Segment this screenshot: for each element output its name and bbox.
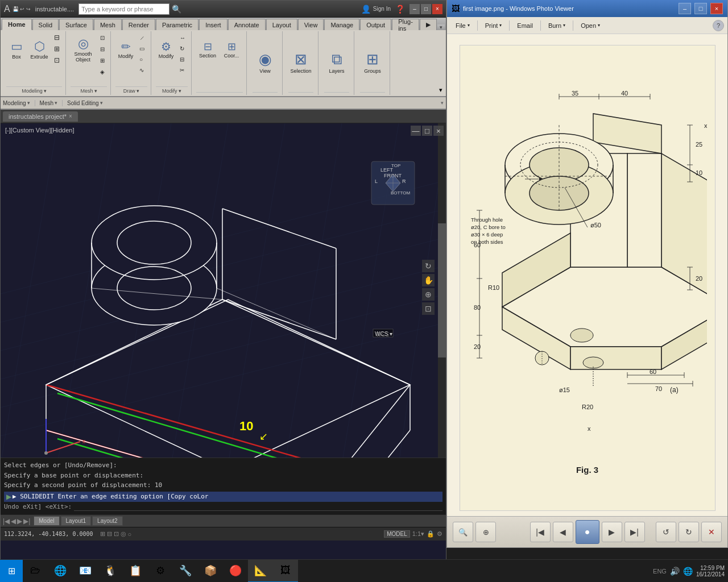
ribbon-btn-sm2[interactable]: ⊞ xyxy=(52,44,62,54)
close-button[interactable]: × xyxy=(432,4,442,14)
taskbar-app-red[interactable]: 🔴 xyxy=(223,560,248,583)
vertical-scrollbar[interactable] xyxy=(438,123,446,458)
tab-mesh[interactable]: Mesh xyxy=(94,19,122,30)
doc-tab-close[interactable]: × xyxy=(69,113,72,119)
photo-next-btn[interactable]: ▶ xyxy=(602,522,622,542)
layout-nav-first[interactable]: |◀ xyxy=(3,517,10,525)
photo-minimize-btn[interactable]: – xyxy=(679,3,691,14)
photo-zoom-btn[interactable]: ⊕ xyxy=(475,522,496,542)
tab-view[interactable]: View xyxy=(298,19,324,30)
ribbon-btn-box[interactable]: ▭ Box xyxy=(6,32,27,66)
photo-maximize-btn[interactable]: □ xyxy=(694,3,707,14)
ribbon-btn-section[interactable]: ⊟ Section xyxy=(196,32,219,66)
tab-more[interactable]: ▶ xyxy=(420,19,437,30)
mesh-sm3[interactable]: ⊞ xyxy=(98,55,107,65)
tab-insert[interactable]: Insert xyxy=(199,19,228,30)
ribbon-btn-smooth[interactable]: ◎ SmoothObject xyxy=(71,32,96,66)
nav-extent[interactable]: ⊡ xyxy=(422,302,435,315)
photo-menu-email[interactable]: Email xyxy=(512,20,538,31)
tab-parametric[interactable]: Parametric xyxy=(156,19,198,30)
taskbar-app-penguin[interactable]: 🐧 xyxy=(98,560,123,583)
help-icon[interactable]: ❓ xyxy=(395,5,405,14)
taskbar-network-icon[interactable]: 🌐 xyxy=(683,567,693,576)
photo-play-btn[interactable]: ● xyxy=(576,520,599,544)
start-button[interactable]: ⊞ xyxy=(0,560,23,583)
taskbar-app-email[interactable]: 📧 xyxy=(73,560,98,583)
mesh-sm2[interactable]: ⊟ xyxy=(98,44,107,54)
ribbon-minimize-icon[interactable]: ▾ xyxy=(441,100,444,106)
ribbon-btn-view[interactable]: ◉ View xyxy=(253,45,278,80)
status-icon-grid[interactable]: ⊞ xyxy=(100,530,105,538)
nav-zoom[interactable]: ⊕ xyxy=(422,288,435,301)
taskbar-app-explorer[interactable]: 🗁 xyxy=(23,560,48,583)
taskbar-app-settings[interactable]: ⚙ xyxy=(148,560,173,583)
taskbar-app-tools[interactable]: 🔧 xyxy=(173,560,198,583)
mesh-sm1[interactable]: ⊡ xyxy=(98,32,107,43)
photo-last-btn[interactable]: ▶| xyxy=(624,522,645,542)
taskbar-app-chrome[interactable]: 🌐 xyxy=(48,560,73,583)
document-tab[interactable]: instructables project* × xyxy=(3,111,78,122)
ribbon-btn-coor[interactable]: ⊞ Coor... xyxy=(220,32,243,66)
viewport-close-btn[interactable]: × xyxy=(433,126,444,136)
taskbar-app-autocad[interactable]: 📐 xyxy=(248,560,273,583)
tab-plugins[interactable]: Plug-ins xyxy=(392,19,419,30)
photo-menu-print[interactable]: Print ▾ xyxy=(480,20,507,31)
ribbon-collapse-btn[interactable]: ▾ xyxy=(438,85,444,95)
modify-sm3[interactable]: ⊟ xyxy=(177,54,188,64)
layout-tab-model[interactable]: Model xyxy=(34,516,59,526)
tab-manage[interactable]: Manage xyxy=(324,19,359,30)
ribbon-toggle[interactable]: ▾ xyxy=(440,24,442,30)
status-lock[interactable]: 🔒 xyxy=(427,530,435,538)
mesh-sm4[interactable]: ◈ xyxy=(98,66,107,77)
ribbon-btn-selection[interactable]: ⊠ Selection xyxy=(288,45,313,80)
taskbar-app-photos[interactable]: 🖼 xyxy=(273,560,298,583)
layout-tab-layout2[interactable]: Layout2 xyxy=(92,516,123,526)
taskbar-volume-icon[interactable]: 🔊 xyxy=(670,567,680,576)
status-icon-ortho[interactable]: ⊡ xyxy=(114,530,119,538)
tab-render[interactable]: Render xyxy=(122,19,155,30)
viewport[interactable]: [-][Custom View][Hidden] — □ × xyxy=(1,123,446,458)
mesh-dropdown-icon[interactable]: ▾ xyxy=(94,88,97,94)
layout-tab-layout1[interactable]: Layout1 xyxy=(61,516,92,526)
modify-sm1[interactable]: ↔ xyxy=(177,32,188,43)
tab-annotate[interactable]: Annotate xyxy=(228,19,266,30)
draw-sm4[interactable]: ∿ xyxy=(137,65,147,75)
draw-sm1[interactable]: ⟋ xyxy=(137,32,147,43)
status-icon-polar[interactable]: ◎ xyxy=(121,530,126,538)
ribbon-btn-modify[interactable]: ⚙ Modify xyxy=(156,32,176,66)
minimize-button[interactable]: – xyxy=(410,4,420,14)
photo-search-btn[interactable]: 🔍 xyxy=(453,522,473,542)
photo-menu-open[interactable]: Open ▾ xyxy=(576,20,605,31)
ribbon-btn-layers[interactable]: ⧉ Layers xyxy=(324,45,349,80)
nav-pan[interactable]: ✋ xyxy=(422,274,435,286)
photo-undo-btn[interactable]: ↺ xyxy=(656,522,676,542)
sign-in-label[interactable]: Sign In xyxy=(373,6,391,12)
viewport-min-btn[interactable]: — xyxy=(411,126,421,136)
photo-menu-file[interactable]: File ▾ xyxy=(450,20,475,31)
maximize-button[interactable]: □ xyxy=(421,4,431,14)
layout-nav-last[interactable]: ▶| xyxy=(23,517,30,525)
ribbon-btn-draw[interactable]: ✏ Modify xyxy=(115,32,136,66)
tab-surface[interactable]: Surface xyxy=(59,19,93,30)
modify-dropdown[interactable]: ▾ xyxy=(179,88,181,94)
ribbon-btn-sm3[interactable]: ⊡ xyxy=(52,55,62,65)
layout-nav-next[interactable]: ▶ xyxy=(17,517,22,525)
mesh-bottom-arrow[interactable]: ▾ xyxy=(55,100,57,106)
photo-prev-btn[interactable]: ◀ xyxy=(553,522,573,542)
taskbar-app-package[interactable]: 📦 xyxy=(198,560,223,583)
autocad-search-input[interactable] xyxy=(78,3,169,15)
modeling-bottom-arrow[interactable]: ▾ xyxy=(27,100,30,106)
ribbon-btn-sm1[interactable]: ⊟ xyxy=(52,32,62,43)
status-icon-osnap[interactable]: ○ xyxy=(128,531,132,538)
taskbar-app-notes[interactable]: 📋 xyxy=(123,560,148,583)
ribbon-btn-groups[interactable]: ⊞ Groups xyxy=(360,45,385,80)
draw-sm2[interactable]: ▭ xyxy=(137,43,147,53)
modeling-dropdown-icon[interactable]: ▾ xyxy=(44,88,47,94)
layout-nav-prev[interactable]: ◀ xyxy=(11,517,16,525)
photo-first-btn[interactable]: |◀ xyxy=(530,522,551,542)
command-input[interactable] xyxy=(74,503,442,511)
photo-delete-btn[interactable]: ✕ xyxy=(701,522,722,542)
solid-editing-arrow[interactable]: ▾ xyxy=(100,100,103,106)
status-scale[interactable]: 1:1▾ xyxy=(412,530,424,538)
ribbon-btn-extrude[interactable]: ⬡ Extrude xyxy=(29,32,49,66)
